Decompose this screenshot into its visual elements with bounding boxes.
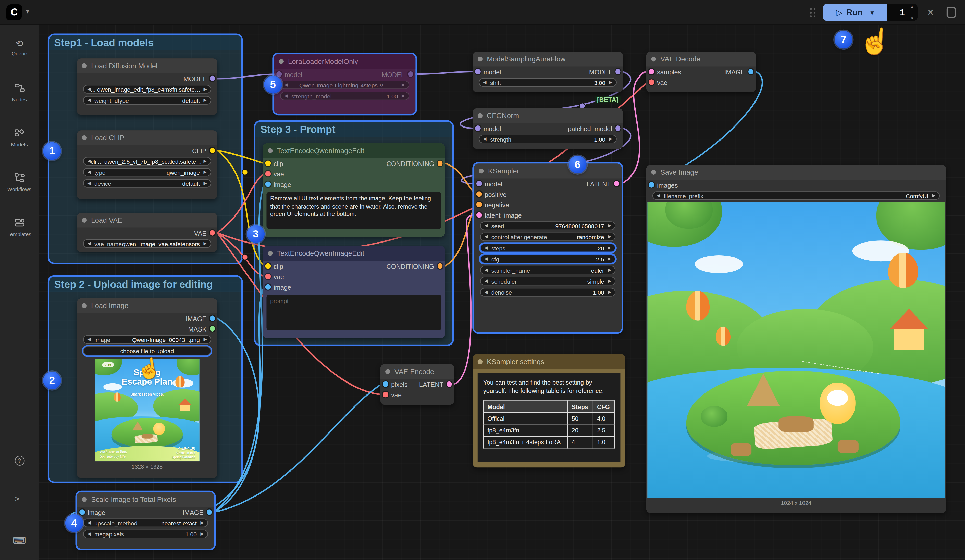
cloud-decoration	[695, 256, 743, 273]
output-port-MODEL: MODEL	[183, 75, 206, 82]
chair-decoration	[731, 443, 752, 456]
table-row: fp8_e4m3fn + 4steps LoRA41.0	[484, 436, 615, 448]
widget-type[interactable]: ◀typeqwen_image▶	[83, 168, 211, 177]
input-port-image: image	[273, 283, 291, 291]
house-decoration	[181, 404, 190, 411]
negative-prompt-textarea[interactable]: prompt	[267, 294, 441, 330]
widget-megapixels[interactable]: ◀megapixels1.00▶	[83, 530, 208, 538]
sidebar-item-nodes[interactable]: Nodes	[0, 83, 39, 103]
node-status-dot	[82, 303, 87, 308]
widget-strength_model[interactable]: ◀strength_model1.00▶	[280, 91, 409, 100]
widget-cfg[interactable]: ◀cfg2.5▶	[480, 255, 615, 263]
save-image-preview[interactable]	[648, 202, 945, 498]
image-size-caption: 1328 × 1328	[77, 464, 218, 470]
output-port-CONDITIONING: CONDITIONING	[386, 263, 434, 270]
output-port-dot	[447, 382, 452, 387]
node-cfg-norm[interactable]: CFGNormmodelpatched_model◀strength1.00▶	[473, 108, 623, 149]
node-title: Load VAE	[91, 217, 123, 224]
sidebar-item-workflows[interactable]: Workflows	[0, 173, 39, 193]
widget-sampler_name[interactable]: ◀sampler_nameeuler▶	[480, 266, 615, 274]
input-port-dot	[265, 181, 271, 187]
group-title[interactable]: Step 3 - Prompt	[255, 122, 452, 137]
widget-shift[interactable]: ◀shift3.00▶	[479, 78, 617, 87]
input-port-positive: positive	[485, 191, 507, 198]
widget-image[interactable]: ◀imageQwen-Image_00043_.png▶	[83, 335, 211, 344]
widget-seed[interactable]: ◀seed976480016588017▶	[480, 221, 615, 230]
widget-filename_prefix[interactable]: ◀filename_prefixComfyUI▶	[653, 191, 940, 200]
widget-weight_dtype[interactable]: ◀weight_dtypedefault▶	[83, 96, 211, 104]
batch-count-value: 1	[900, 7, 905, 17]
sidebar-item-models[interactable]: Models	[0, 128, 39, 148]
widget-combo[interactable]: ◀Qwen-Image-Lightning-4steps-V ...▶	[280, 81, 409, 89]
help-button[interactable]: ?	[0, 454, 39, 466]
node-text-encode-negative[interactable]: TextEncodeQwenImageEdit clipCONDITIONING…	[263, 246, 445, 338]
node-load-vae[interactable]: Load VAEVAE◀vae_nameqwen_image_vae.safet…	[77, 213, 218, 252]
input-port-dot	[265, 263, 271, 269]
choose-file-button[interactable]: choose file to upload	[83, 346, 211, 356]
widget-vae_name[interactable]: ◀vae_nameqwen_image_vae.safetensors▶	[83, 239, 211, 248]
group-title[interactable]: Step 2 - Upload image for editing	[49, 277, 241, 292]
clear-queue-icon[interactable]: ✕	[927, 7, 934, 17]
output-port-dot	[209, 148, 215, 153]
node-ksampler[interactable]: KSamplermodelLATENTpositivenegativelaten…	[474, 164, 622, 332]
output-port-dot	[615, 126, 620, 131]
node-text-encode-positive[interactable]: TextEncodeQwenImageEdit clipCONDITIONING…	[263, 143, 445, 237]
node-status-dot	[478, 113, 483, 118]
input-port-images: images	[657, 181, 678, 188]
widget-denoise[interactable]: ◀denoise1.00▶	[480, 288, 615, 297]
shortcuts-button[interactable]: ⌨	[0, 535, 39, 546]
group-title[interactable]: Step1 - Load models	[49, 35, 241, 50]
widget-steps[interactable]: ◀steps20▶	[480, 243, 615, 252]
node-vae-decode[interactable]: VAE DecodesamplesIMAGEvae	[646, 52, 756, 92]
house-decoration	[894, 327, 924, 350]
poster-footer-left-2: Sow into Joy Life	[100, 454, 127, 459]
node-title: TextEncodeQwenImageEdit	[277, 250, 364, 257]
poster-footer-right-2: Check at in's	[172, 451, 195, 455]
poster-ratio-badge: 9:16	[102, 362, 114, 367]
widget-control after generate[interactable]: ◀control after generaterandomize▶	[480, 233, 615, 241]
output-port-VAE: VAE	[194, 229, 206, 237]
step-badge-5: 5	[264, 76, 282, 93]
widget-combo[interactable]: ◀cli ... qwen_2.5_vl_7b_fp8_scaled.safet…	[83, 157, 211, 165]
widget-scheduler[interactable]: ◀schedulersimple▶	[480, 277, 615, 285]
node-lora-loader-model-only[interactable]: LoraLoaderModelOnlymodelMODEL◀Qwen-Image…	[274, 54, 415, 114]
input-port-dot	[649, 80, 654, 85]
balloon-decoration	[888, 253, 918, 288]
node-status-dot	[82, 136, 87, 140]
widget-combo[interactable]: ◀... qwen_image_edit_fp8_e4m3fn.safetens…	[83, 85, 211, 93]
node-ksampler-settings-note[interactable]: KSampler settings You can test and find …	[473, 354, 625, 467]
widget-device[interactable]: ◀devicedefault▶	[83, 179, 211, 188]
node-title: ModelSamplingAuraFlow	[487, 56, 566, 63]
widget-strength[interactable]: ◀strength1.00▶	[479, 135, 617, 143]
widget-upscale_method[interactable]: ◀upscale_methodnearest-exact▶	[83, 518, 208, 527]
node-scale-image-to-total-pixels[interactable]: Scale Image to Total PixelsimageIMAGE◀up…	[77, 492, 214, 549]
input-port-model: model	[484, 124, 501, 132]
positive-prompt-textarea[interactable]: Remove all UI text elements from the ima…	[267, 192, 441, 229]
batch-count-stepper[interactable]: ▴▾	[908, 4, 916, 20]
input-port-model: model	[484, 68, 501, 75]
node-vae-encode[interactable]: VAE EncodepixelsLATENTvae	[380, 364, 454, 405]
input-port-dot	[476, 181, 482, 186]
queue-panel-icon[interactable]	[947, 7, 956, 18]
sidebar-item-templates[interactable]: Templates	[0, 218, 39, 237]
node-title: LoraLoaderModelOnly	[288, 58, 358, 65]
table-row: Offical504.0	[484, 413, 615, 424]
workflow-menu-chevron-icon[interactable]: ▾	[26, 7, 29, 15]
toolbar-drag-handle[interactable]	[810, 8, 816, 17]
input-port-dot	[265, 171, 271, 176]
output-port-dot	[437, 263, 443, 269]
run-options-chevron-icon[interactable]: ▾	[870, 9, 873, 16]
run-button[interactable]: ▷ Run ▾	[823, 3, 887, 21]
node-load-diffusion-model[interactable]: Load Diffusion ModelMODEL◀... qwen_image…	[77, 59, 218, 115]
image-size-caption: 1024 x 1024	[646, 500, 946, 506]
node-load-clip[interactable]: Load CLIPCLIP◀cli ... qwen_2.5_vl_7b_fp8…	[77, 130, 218, 199]
sidebar-item-queue[interactable]: ⟲ Queue	[0, 38, 39, 57]
node-load-image[interactable]: Load Image IMAGEMASK◀imageQwen-Image_000…	[77, 298, 218, 478]
node-save-image[interactable]: Save Image images◀filename_prefixComfyUI…	[646, 165, 946, 513]
output-port-dot	[209, 76, 215, 81]
comfyui-logo-icon[interactable]: C	[6, 4, 23, 20]
node-model-sampling-auraflow[interactable]: ModelSamplingAuraFlowmodelMODEL◀shift3.0…	[473, 52, 623, 92]
terminal-button[interactable]: >_	[0, 495, 39, 504]
bouquet-decoration	[701, 406, 728, 427]
node-title: Load CLIP	[91, 134, 124, 142]
